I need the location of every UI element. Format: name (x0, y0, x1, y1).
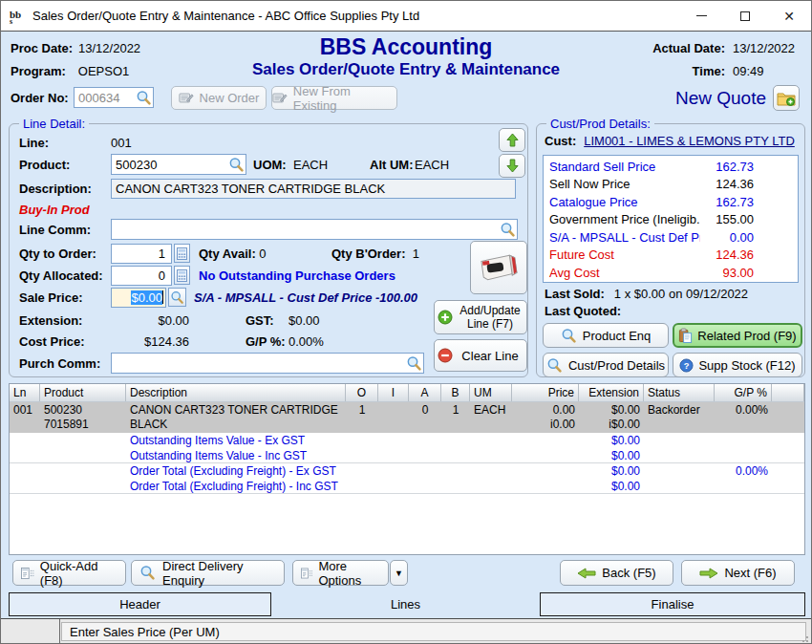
next-button[interactable]: Next (F6) (681, 560, 795, 586)
col-header-extension[interactable]: Extension (579, 384, 644, 401)
related-prod-button[interactable]: Related Prod (F9) (673, 323, 802, 348)
cell-product: 5002307015891 (40, 402, 126, 433)
cell-um: EACH (470, 402, 512, 433)
summary-ext: $0.00 (579, 433, 644, 448)
price-row: Government Price (Ineligib...155.00 (544, 211, 798, 229)
screen-header: Proc Date:13/12/2022 Program:OEPSO1 BBS … (1, 32, 811, 86)
bottom-actions: Quick-Add (F8) Direct Delivery Enquiry M… (1, 560, 811, 587)
back-button[interactable]: Back (F5) (560, 560, 673, 586)
actual-date-label: Actual Date: (652, 41, 725, 55)
line-comm-input[interactable] (111, 219, 518, 240)
calculator-icon (177, 269, 187, 282)
summary-desc: Outstanding Items Value - Ex GST (126, 433, 346, 448)
arrow-left-icon (577, 568, 596, 579)
tab-finalise-label: Finalise (652, 597, 694, 612)
more-options-dropdown-button[interactable]: ▼ (390, 560, 408, 586)
close-button[interactable]: ✕ (767, 1, 811, 31)
clear-line-button[interactable]: Clear Line (434, 339, 527, 372)
cost-price-value: $124.36 (111, 334, 189, 349)
sale-price-value: $0.00 (131, 290, 162, 305)
col-header-price[interactable]: Price (512, 384, 579, 401)
title-bar[interactable]: bb s Sales Order/Quote Entry & Maintenan… (1, 1, 811, 32)
cell-status: Backorder (644, 402, 715, 433)
tab-header[interactable]: Header (9, 592, 271, 616)
search-icon[interactable] (406, 355, 422, 372)
maximize-button[interactable] (723, 1, 767, 31)
tab-lines[interactable]: Lines (273, 592, 538, 616)
new-from-existing-button[interactable]: New From Existing (271, 86, 397, 110)
product-image (475, 247, 523, 289)
direct-delivery-button[interactable]: Direct Delivery Enquiry (131, 560, 285, 586)
price-value: 162.73 (700, 195, 754, 209)
new-order-button[interactable]: New Order (171, 86, 267, 110)
price-search-button[interactable] (168, 288, 186, 307)
summary-gp: 0.00% (715, 463, 772, 479)
description-label: Description: (19, 182, 111, 196)
minimize-button[interactable] (679, 1, 723, 31)
col-header-b[interactable]: B (441, 384, 470, 401)
description-field: CANON CART323 TONER CARTRIDGE BLACK (111, 179, 516, 199)
line-up-button[interactable] (499, 128, 525, 152)
table-header-row: Ln Product Description O I A B UM Price … (10, 384, 804, 402)
col-header-a[interactable]: A (409, 384, 441, 401)
line-down-button[interactable] (499, 154, 525, 178)
description-value: CANON CART323 TONER CARTRIDGE BLACK (112, 182, 515, 196)
order-no-input[interactable]: 000634 (74, 87, 154, 108)
tab-bar: Header Lines Finalise (1, 592, 811, 616)
cell-i (378, 402, 409, 433)
arrow-up-icon (506, 133, 519, 147)
price-name: S/A - MPSALL - Cust Def Pr... (549, 230, 700, 245)
price-name: Avg Cost (549, 266, 700, 280)
qty-border: Qty B'Order: 1 (331, 247, 419, 261)
search-icon[interactable] (500, 222, 516, 238)
cust-label: Cust: (545, 134, 576, 148)
supp-stock-button[interactable]: ? Supp Stock (F12) (673, 353, 802, 377)
quick-add-button[interactable]: Quick-Add (F8) (12, 560, 126, 586)
search-icon[interactable] (136, 90, 152, 106)
sale-price-input[interactable]: $0.00 (111, 288, 166, 308)
quick-add-label: Quick-Add (F8) (40, 559, 118, 588)
summary-row: Order Total (Excluding Freight) - Ex GST… (10, 463, 804, 479)
resize-grip[interactable] (801, 634, 808, 642)
col-header-product[interactable]: Product (40, 384, 126, 401)
minimize-icon (696, 15, 707, 16)
product-enq-button[interactable]: Product Enq (543, 323, 669, 348)
product-image-button[interactable] (470, 241, 527, 294)
sale-price-label: Sale Price: (19, 290, 111, 305)
qty-to-order-input[interactable]: 1 (111, 244, 172, 264)
summary-row: Outstanding Items Value - Ex GST $0.00 (10, 433, 804, 448)
last-quoted-label: Last Quoted: (545, 304, 621, 318)
qty-allocated-input[interactable]: 0 (111, 266, 172, 286)
col-header-description[interactable]: Description (126, 384, 346, 401)
new-quote-button[interactable] (773, 85, 800, 111)
col-header-i[interactable]: I (378, 384, 409, 401)
extension-value: $0.00 (111, 313, 189, 328)
price-row: Avg Cost93.00 (544, 264, 798, 282)
more-options-button[interactable]: More Options (292, 560, 389, 586)
tab-finalise[interactable]: Finalise (540, 592, 805, 616)
new-from-existing-icon (272, 92, 288, 104)
order-no-value: 000634 (75, 91, 136, 105)
purch-comm-input[interactable] (111, 353, 424, 374)
table-row-selected[interactable]: 001 5002307015891 CANON CART323 TONER CA… (10, 402, 804, 433)
search-icon (139, 565, 156, 581)
customer-link[interactable]: LIM001 - LIMES & LEMONS PTY LTD (584, 134, 795, 148)
clipboard-icon (678, 328, 693, 343)
col-header-um[interactable]: UM (470, 384, 512, 401)
cell-ln: 001 (10, 402, 40, 433)
uom-value: EACH (293, 158, 328, 172)
col-header-status[interactable]: Status (644, 384, 715, 401)
add-update-line-button[interactable]: Add/Update Line (F7) (434, 300, 527, 334)
col-header-ln[interactable]: Ln (10, 384, 40, 401)
col-header-o[interactable]: O (346, 384, 378, 401)
cell-description: CANON CART323 TONER CARTRIDGEBLACK (126, 402, 346, 433)
alt-um-value: EACH (415, 158, 449, 172)
line-comm-label: Line Comm: (19, 223, 111, 237)
col-header-gp[interactable]: G/P % (715, 384, 772, 401)
calculator-button[interactable] (174, 244, 190, 263)
calculator-button[interactable] (174, 266, 190, 285)
search-icon[interactable] (228, 157, 245, 173)
cust-prod-details-button[interactable]: Cust/Prod Details (543, 353, 669, 377)
qty-avail: Qty Avail: 0 (199, 247, 267, 261)
product-input[interactable]: 500230 (111, 154, 246, 175)
